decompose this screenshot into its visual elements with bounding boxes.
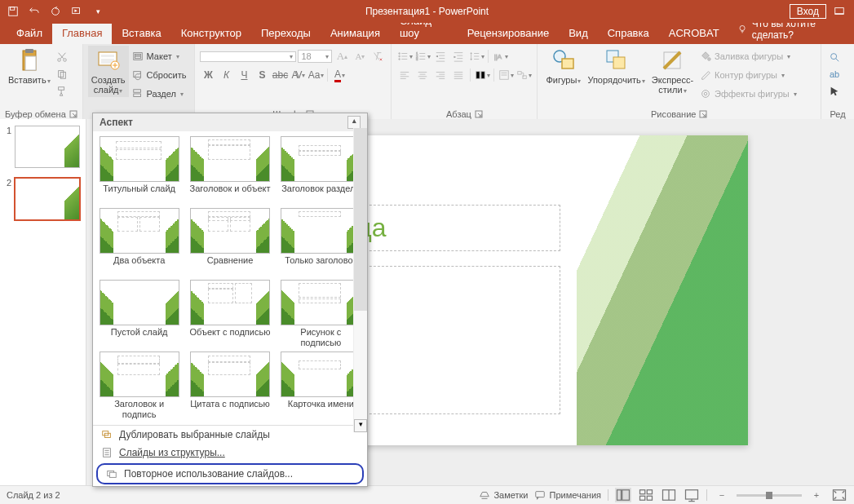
sign-in-button[interactable]: Вход: [790, 4, 826, 19]
font-name-combo[interactable]: ▾: [200, 51, 296, 62]
ribbon-display-options-icon[interactable]: [830, 2, 849, 21]
shape-effects-button[interactable]: Эффекты фигуры▾: [697, 85, 800, 103]
paste-label: Вставить: [8, 75, 46, 85]
notes-button[interactable]: Заметки: [479, 489, 528, 501]
line-spacing-icon[interactable]: ▾: [468, 48, 485, 64]
layout-option[interactable]: Заголовок раздела: [280, 136, 362, 205]
svg-point-46: [831, 54, 837, 60]
save-icon[interactable]: [3, 2, 23, 21]
layout-button[interactable]: Макет▾: [129, 47, 190, 65]
shadow-icon[interactable]: S: [254, 67, 270, 83]
layout-option[interactable]: Заголовок и подпись: [98, 351, 180, 420]
undo-icon[interactable]: [24, 2, 44, 21]
zoom-out-icon[interactable]: −: [714, 488, 730, 502]
gallery-scrollbar[interactable]: ▾: [353, 128, 367, 432]
qat-customize-icon[interactable]: ▾: [88, 2, 108, 21]
duplicate-slides-item[interactable]: Дублировать выбранные слайды: [93, 426, 367, 444]
layout-option[interactable]: Карточка имени: [280, 351, 362, 420]
gallery-header: Аспект ▴: [93, 113, 367, 131]
shrink-font-icon[interactable]: A▾: [352, 48, 368, 64]
sorter-view-icon[interactable]: [638, 488, 654, 502]
font-size-combo[interactable]: 18▾: [298, 50, 332, 63]
group-drawing-label: Рисование: [651, 109, 696, 119]
new-slide-button[interactable]: Создать слайд▾: [88, 46, 129, 97]
layout-option[interactable]: Только заголовок: [280, 208, 362, 276]
section-button[interactable]: Раздел▾: [129, 85, 190, 103]
layout-option[interactable]: Цитата с подписью: [188, 351, 271, 420]
tab-transitions[interactable]: Переходы: [251, 24, 321, 44]
layout-option[interactable]: Титульный слайд: [98, 136, 180, 205]
shape-outline-button[interactable]: Контур фигуры▾: [697, 66, 800, 84]
dialog-launcher-icon[interactable]: [69, 110, 77, 118]
copy-icon[interactable]: [54, 66, 70, 82]
text-direction-icon[interactable]: ||A▾: [492, 48, 508, 64]
svg-point-5: [740, 25, 745, 30]
numbering-icon[interactable]: 123▾: [414, 48, 431, 64]
format-painter-icon[interactable]: [54, 83, 70, 99]
clear-formatting-icon[interactable]: [369, 48, 386, 64]
layout-option[interactable]: Сравнение: [188, 208, 271, 276]
arrange-button[interactable]: Упорядочить▾: [584, 46, 648, 87]
select-icon[interactable]: [826, 83, 843, 99]
start-from-beginning-icon[interactable]: [67, 2, 86, 21]
tab-animations[interactable]: Анимация: [321, 24, 390, 44]
fit-to-window-icon[interactable]: [831, 488, 847, 502]
comments-button[interactable]: Примечания: [534, 489, 601, 501]
svg-rect-16: [101, 55, 114, 57]
strikethrough-icon[interactable]: abc: [272, 67, 288, 83]
change-case-icon[interactable]: Aa▾: [308, 67, 324, 83]
slide-thumbnail-2[interactable]: 2: [0, 176, 86, 222]
reading-view-icon[interactable]: [661, 488, 677, 502]
layout-option[interactable]: Заголовок и объект: [188, 136, 271, 205]
underline-icon[interactable]: Ч: [236, 67, 252, 83]
justify-icon[interactable]: [450, 67, 467, 83]
tab-file[interactable]: Файл: [7, 24, 52, 44]
reset-button[interactable]: Сбросить: [129, 66, 190, 84]
layout-option[interactable]: Объект с подписью: [188, 280, 271, 348]
decrease-indent-icon[interactable]: [432, 48, 449, 64]
layout-option[interactable]: Два объекта: [98, 208, 180, 276]
align-left-icon[interactable]: [396, 67, 413, 83]
svg-rect-52: [536, 492, 545, 497]
smartart-icon[interactable]: ▾: [515, 67, 532, 83]
zoom-slider[interactable]: [737, 494, 802, 497]
tab-design[interactable]: Конструктор: [171, 24, 251, 44]
redo-icon[interactable]: [46, 2, 65, 21]
shape-fill-button[interactable]: Заливка фигуры▾: [697, 47, 800, 65]
align-center-icon[interactable]: [414, 67, 431, 83]
increase-indent-icon[interactable]: [450, 48, 467, 64]
paste-button[interactable]: Вставить▾: [5, 46, 54, 87]
char-spacing-icon[interactable]: AV▾: [290, 67, 306, 83]
slideshow-view-icon[interactable]: [684, 488, 700, 502]
cut-icon[interactable]: [54, 49, 70, 65]
align-right-icon[interactable]: [432, 67, 449, 83]
reuse-slides-item[interactable]: Повторное использование слайдов...: [96, 463, 364, 484]
tab-insert[interactable]: Вставка: [112, 24, 170, 44]
slide-thumbnail-1[interactable]: 1: [0, 124, 86, 170]
font-color-icon[interactable]: A▾: [331, 67, 347, 83]
normal-view-icon[interactable]: [615, 488, 631, 502]
dialog-launcher-icon[interactable]: [475, 110, 483, 118]
tab-view[interactable]: Вид: [559, 24, 598, 44]
grow-font-icon[interactable]: A▴: [334, 48, 350, 64]
scroll-up-icon[interactable]: ▴: [347, 116, 361, 129]
tab-review[interactable]: Рецензирование: [458, 24, 559, 44]
find-icon[interactable]: [826, 49, 843, 65]
slides-from-outline-item[interactable]: Слайды из структуры...: [93, 444, 367, 462]
tab-acrobat[interactable]: ACROBAT: [659, 24, 729, 44]
bold-icon[interactable]: Ж: [200, 67, 216, 83]
align-text-icon[interactable]: ▾: [498, 67, 514, 83]
italic-icon[interactable]: К: [218, 67, 234, 83]
dialog-launcher-icon[interactable]: [699, 110, 707, 118]
bullets-icon[interactable]: ▾: [396, 48, 413, 64]
shapes-button[interactable]: Фигуры▾: [542, 46, 584, 87]
layout-option[interactable]: Пустой слайд: [98, 280, 180, 348]
tab-help[interactable]: Справка: [598, 24, 659, 44]
replace-icon[interactable]: ab: [826, 66, 843, 82]
zoom-in-icon[interactable]: +: [808, 488, 825, 502]
columns-icon[interactable]: ▾: [474, 67, 490, 83]
quick-styles-button[interactable]: Экспресс- стили▾: [648, 46, 697, 97]
layout-option[interactable]: Рисунок с подписью: [280, 280, 362, 348]
tab-home[interactable]: Главная: [52, 24, 112, 44]
scroll-down-icon[interactable]: ▾: [354, 419, 367, 432]
